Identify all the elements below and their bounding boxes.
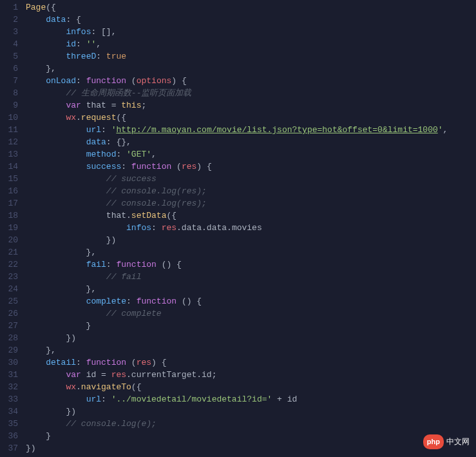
line-number: 4	[0, 38, 26, 50]
line-number: 20	[0, 234, 26, 246]
line-number: 17	[0, 197, 26, 209]
code-line[interactable]: })	[26, 442, 476, 454]
line-number: 37	[0, 442, 26, 454]
code-line[interactable]: // 生命周期函数--监听页面加载	[26, 87, 476, 99]
code-line[interactable]: },	[26, 283, 476, 295]
code-line[interactable]: }	[26, 430, 476, 442]
line-number: 19	[0, 222, 26, 234]
code-line[interactable]: complete: function () {	[26, 295, 476, 307]
code-line[interactable]: fail: function () {	[26, 258, 476, 271]
line-number: 23	[0, 271, 26, 283]
line-number: 6	[0, 63, 26, 75]
code-line[interactable]: })	[26, 332, 476, 344]
line-number: 7	[0, 75, 26, 87]
line-number: 11	[0, 124, 26, 136]
code-line[interactable]: that.setData({	[26, 209, 476, 222]
line-number: 10	[0, 112, 26, 124]
code-line[interactable]: },	[26, 246, 476, 258]
line-number: 36	[0, 430, 26, 442]
code-line[interactable]: // console.log(e);	[26, 418, 476, 430]
line-number: 26	[0, 307, 26, 320]
line-number: 32	[0, 381, 26, 393]
line-number: 22	[0, 258, 26, 271]
code-line[interactable]: // complete	[26, 307, 476, 320]
code-line[interactable]: })	[26, 234, 476, 246]
line-number: 18	[0, 209, 26, 222]
code-line[interactable]: id: '',	[26, 38, 476, 50]
line-number: 28	[0, 332, 26, 344]
code-line[interactable]: threeD: true	[26, 50, 476, 63]
line-number: 25	[0, 295, 26, 307]
line-number: 33	[0, 393, 26, 405]
code-line[interactable]: Page({	[26, 1, 476, 14]
code-line[interactable]: detail: function (res) {	[26, 356, 476, 369]
code-line[interactable]: // success	[26, 173, 476, 185]
code-line[interactable]: infos: res.data.data.movies	[26, 222, 476, 234]
code-line[interactable]: })	[26, 405, 476, 418]
line-number: 35	[0, 418, 26, 430]
code-line[interactable]: data: {	[26, 14, 476, 26]
line-number: 31	[0, 369, 26, 381]
line-number: 12	[0, 136, 26, 148]
code-line[interactable]: success: function (res) {	[26, 160, 476, 173]
code-line[interactable]: method: 'GET',	[26, 148, 476, 160]
line-number: 29	[0, 344, 26, 356]
code-line[interactable]: // console.log(res);	[26, 197, 476, 209]
line-number: 15	[0, 173, 26, 185]
code-line[interactable]: url: '../moviedetail/moviedetail?id=' + …	[26, 393, 476, 405]
line-number: 21	[0, 246, 26, 258]
code-line[interactable]: var id = res.currentTarget.id;	[26, 369, 476, 381]
code-line[interactable]: data: {},	[26, 136, 476, 148]
logo-bubble: php	[423, 434, 444, 449]
line-number: 5	[0, 50, 26, 63]
code-line[interactable]: }	[26, 320, 476, 332]
line-number: 8	[0, 87, 26, 99]
code-line[interactable]: // fail	[26, 271, 476, 283]
logo-text: 中文网	[446, 436, 470, 448]
line-number: 30	[0, 356, 26, 369]
line-number: 14	[0, 160, 26, 173]
code-line[interactable]: },	[26, 344, 476, 356]
line-number: 24	[0, 283, 26, 295]
code-line[interactable]: wx.navigateTo({	[26, 381, 476, 393]
code-line[interactable]: infos: [],	[26, 26, 476, 38]
line-number: 13	[0, 148, 26, 160]
code-area[interactable]: Page({ data: { infos: [], id: '', threeD…	[26, 0, 476, 457]
line-number: 16	[0, 185, 26, 197]
line-number: 3	[0, 26, 26, 38]
line-number: 2	[0, 14, 26, 26]
code-editor[interactable]: 1234567891011121314151617181920212223242…	[0, 0, 476, 457]
code-line[interactable]: onLoad: function (options) {	[26, 75, 476, 87]
line-number-gutter: 1234567891011121314151617181920212223242…	[0, 0, 26, 457]
watermark-logo: php 中文网	[423, 434, 470, 449]
line-number: 27	[0, 320, 26, 332]
line-number: 9	[0, 99, 26, 112]
line-number: 34	[0, 405, 26, 418]
code-line[interactable]: wx.request({	[26, 112, 476, 124]
code-line[interactable]: },	[26, 63, 476, 75]
code-line[interactable]: url: 'http://m.maoyan.com/movie/list.jso…	[26, 124, 476, 136]
line-number: 1	[0, 1, 26, 14]
code-line[interactable]: // console.log(res);	[26, 185, 476, 197]
code-line[interactable]: var that = this;	[26, 99, 476, 112]
